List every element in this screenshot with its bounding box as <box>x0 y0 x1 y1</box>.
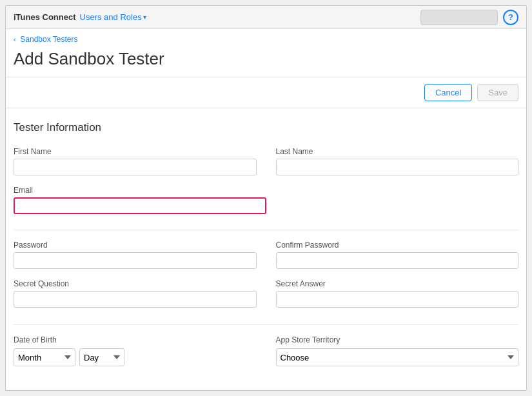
password-label: Password <box>14 241 257 250</box>
top-nav: iTunes Connect Users and Roles ▾ ? <box>6 6 526 29</box>
first-name-label: First Name <box>14 147 257 156</box>
territory-section: App Store Territory Choose United States… <box>276 335 519 366</box>
section-title: Tester Information <box>14 121 518 134</box>
page-title: Add Sandbox Tester <box>14 49 518 69</box>
territory-select[interactable]: Choose United States United Kingdom Aust… <box>276 348 519 366</box>
page-header: Add Sandbox Tester <box>6 46 526 77</box>
email-label: Email <box>14 186 266 195</box>
secret-answer-input[interactable] <box>276 291 519 308</box>
confirm-password-label: Confirm Password <box>276 241 519 250</box>
action-bar: Cancel Save <box>6 77 526 108</box>
first-name-field: First Name <box>14 147 257 175</box>
form-divider-1 <box>14 230 518 230</box>
last-name-field: Last Name <box>276 147 519 175</box>
breadcrumb-link[interactable]: Sandbox Testers <box>20 35 77 44</box>
breadcrumb-chevron-icon: ‹ <box>14 35 16 43</box>
last-name-label: Last Name <box>276 147 519 156</box>
bottom-row: Date of Birth Month January February Mar… <box>14 324 518 366</box>
secret-question-input[interactable] <box>14 291 257 308</box>
nav-link-label: Users and Roles <box>80 12 142 22</box>
secret-answer-label: Secret Answer <box>276 279 519 288</box>
email-field-container: Email <box>14 186 266 214</box>
first-name-input[interactable] <box>14 159 257 175</box>
password-input[interactable] <box>14 252 257 269</box>
territory-label: App Store Territory <box>276 335 519 344</box>
nav-users-roles-link[interactable]: Users and Roles ▾ <box>80 12 146 22</box>
main-content: Tester Information First Name Last Name … <box>6 108 526 390</box>
secret-question-label: Secret Question <box>14 279 257 288</box>
app-brand: iTunes Connect <box>14 12 76 22</box>
confirm-password-input[interactable] <box>276 252 519 269</box>
dob-section: Date of Birth Month January February Mar… <box>14 335 257 366</box>
secret-answer-field: Secret Answer <box>276 279 519 308</box>
nav-chevron-icon: ▾ <box>143 14 146 21</box>
confirm-password-field: Confirm Password <box>276 241 519 269</box>
dob-label: Date of Birth <box>14 335 257 344</box>
breadcrumb-bar: ‹ Sandbox Testers <box>6 29 526 46</box>
cancel-button[interactable]: Cancel <box>424 84 472 101</box>
month-select[interactable]: Month January February March April May J… <box>14 348 75 366</box>
day-select[interactable]: Day 123 456 789 10 <box>79 348 124 366</box>
last-name-input[interactable] <box>276 159 519 175</box>
password-field: Password <box>14 241 257 269</box>
nav-help-button[interactable]: ? <box>503 10 518 25</box>
secret-question-field: Secret Question <box>14 279 257 308</box>
email-input[interactable] <box>14 197 266 214</box>
dob-selects: Month January February March April May J… <box>14 348 257 366</box>
nav-account-dropdown[interactable] <box>420 10 498 25</box>
save-button[interactable]: Save <box>477 84 518 101</box>
form-grid: First Name Last Name Email <box>14 147 518 318</box>
